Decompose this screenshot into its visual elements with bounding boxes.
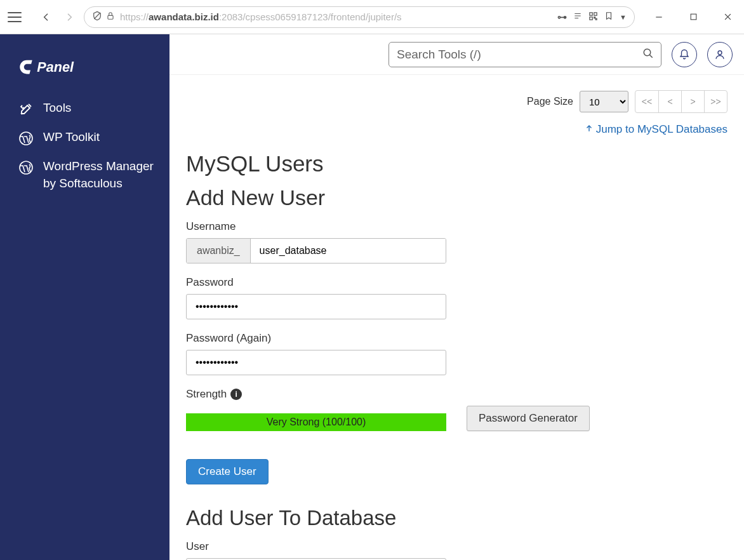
pager-prev-button[interactable]: <: [658, 91, 681, 112]
wordpress-icon: [18, 130, 34, 147]
cpanel-logo[interactable]: Panel: [0, 47, 169, 94]
main-content: Page Size 10 << < > >> Jump to MySQL Dat…: [169, 75, 744, 560]
reader-icon[interactable]: [573, 11, 582, 22]
arrow-up-icon: [585, 123, 594, 136]
topbar: [169, 34, 744, 75]
create-user-button[interactable]: Create User: [186, 459, 269, 484]
hamburger-icon[interactable]: [8, 10, 22, 24]
nav-forward-button[interactable]: [61, 9, 77, 25]
address-bar[interactable]: https://awandata.biz.id:2083/cpsess06591…: [84, 6, 635, 28]
svg-rect-7: [590, 17, 592, 19]
bookmark-icon[interactable]: [604, 11, 613, 23]
strength-text: Very Strong (100/100): [267, 417, 366, 428]
password-generator-button[interactable]: Password Generator: [467, 406, 590, 431]
svg-rect-1: [108, 15, 113, 19]
wordpress-icon: [18, 159, 34, 176]
strength-label: Strength: [186, 388, 227, 401]
jump-link-label: Jump to MySQL Databases: [596, 123, 727, 136]
notifications-button[interactable]: [672, 42, 697, 67]
lock-icon: [106, 11, 115, 22]
svg-point-17: [644, 49, 651, 56]
sidebar-item-label: Tools: [43, 100, 71, 117]
svg-rect-11: [691, 14, 696, 20]
sidebar-item-tools[interactable]: Tools: [0, 94, 169, 123]
info-icon[interactable]: i: [230, 389, 242, 400]
sidebar-item-label: WP Toolkit: [43, 129, 100, 146]
url-text: https://awandata.biz.id:2083/cpsess06591…: [120, 11, 552, 22]
pager-last-button[interactable]: >>: [704, 91, 727, 112]
svg-point-19: [718, 51, 722, 55]
heading-mysql-users: MySQL Users: [186, 151, 727, 177]
page-size-label: Page Size: [527, 96, 573, 107]
browser-chrome: https://awandata.biz.id:2083/cpsess06591…: [0, 0, 744, 34]
password-label: Password: [186, 276, 446, 289]
search-icon: [642, 48, 654, 62]
svg-rect-9: [595, 18, 597, 20]
svg-rect-6: [594, 12, 597, 15]
svg-text:Panel: Panel: [37, 59, 74, 75]
shield-icon: [92, 11, 102, 23]
window-close-button[interactable]: [719, 8, 736, 26]
heading-add-user-to-db: Add User To Database: [186, 506, 727, 530]
nav-back-button[interactable]: [38, 9, 55, 25]
jump-to-mysql-link[interactable]: Jump to MySQL Databases: [585, 123, 727, 136]
password-again-label: Password (Again): [186, 332, 446, 345]
window-maximize-button[interactable]: [684, 8, 702, 26]
username-label: Username: [186, 220, 446, 233]
key-icon[interactable]: ⊶: [557, 11, 567, 23]
svg-rect-8: [594, 17, 595, 18]
window-minimize-button[interactable]: [650, 8, 668, 26]
username-prefix: awanbiz_: [187, 239, 251, 263]
username-input[interactable]: [251, 239, 446, 263]
heading-add-new-user: Add New User: [186, 185, 727, 210]
search-input[interactable]: [389, 42, 661, 67]
password-input[interactable]: [186, 294, 446, 319]
svg-rect-5: [590, 12, 592, 15]
chevron-down-icon[interactable]: ▼: [620, 13, 627, 21]
sidebar-item-wp-manager[interactable]: WordPress Manager by Softaculous: [0, 152, 169, 197]
strength-meter: Very Strong (100/100): [186, 413, 446, 431]
svg-line-0: [94, 13, 100, 18]
qr-icon[interactable]: [588, 11, 598, 23]
pager-first-button[interactable]: <<: [635, 91, 658, 112]
pager-next-button[interactable]: >: [681, 91, 704, 112]
page-size-select[interactable]: 10: [580, 91, 628, 112]
password-again-input[interactable]: [186, 350, 446, 375]
username-input-group: awanbiz_: [186, 238, 446, 263]
account-button[interactable]: [707, 42, 733, 67]
sidebar: Panel Tools WP Toolkit: [0, 34, 169, 560]
user-select-label: User: [186, 540, 446, 553]
sidebar-item-wp-toolkit[interactable]: WP Toolkit: [0, 123, 169, 152]
sidebar-item-label: WordPress Manager by Softaculous: [43, 158, 154, 192]
wrench-icon: [18, 101, 34, 117]
svg-line-18: [649, 55, 653, 58]
pager-buttons: << < > >>: [635, 90, 727, 113]
